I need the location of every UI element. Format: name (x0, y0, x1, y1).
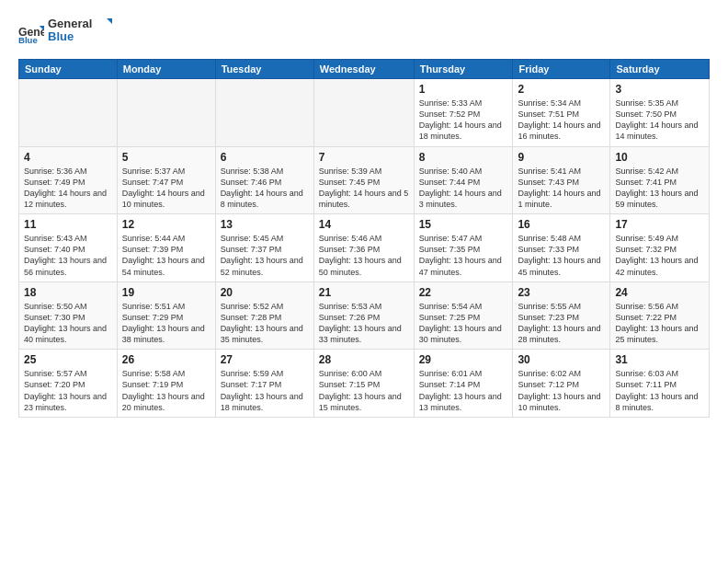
calendar-cell: 11Sunrise: 5:43 AMSunset: 7:40 PMDayligh… (19, 214, 118, 282)
calendar-cell: 26Sunrise: 5:58 AMSunset: 7:19 PMDayligh… (117, 350, 215, 418)
day-info: Sunrise: 5:37 AMSunset: 7:47 PMDaylight:… (122, 166, 210, 211)
day-info: Sunrise: 5:36 AMSunset: 7:49 PMDaylight:… (24, 166, 112, 211)
day-info: Sunrise: 5:45 AMSunset: 7:37 PMDaylight:… (221, 233, 309, 278)
svg-text:Blue: Blue (18, 35, 38, 45)
calendar-cell: 29Sunrise: 6:01 AMSunset: 7:14 PMDayligh… (414, 350, 513, 418)
calendar-cell: 23Sunrise: 5:55 AMSunset: 7:23 PMDayligh… (513, 282, 610, 350)
calendar-cell: 8Sunrise: 5:40 AMSunset: 7:44 PMDaylight… (414, 146, 513, 214)
day-number: 1 (419, 83, 508, 96)
calendar-cell: 18Sunrise: 5:50 AMSunset: 7:30 PMDayligh… (19, 282, 118, 350)
calendar-cell: 25Sunrise: 5:57 AMSunset: 7:20 PMDayligh… (19, 350, 118, 418)
calendar-cell: 21Sunrise: 5:53 AMSunset: 7:26 PMDayligh… (313, 282, 414, 350)
calendar-cell: 20Sunrise: 5:52 AMSunset: 7:28 PMDayligh… (215, 282, 313, 350)
day-info: Sunrise: 5:42 AMSunset: 7:41 PMDaylight:… (615, 166, 704, 211)
calendar-cell: 10Sunrise: 5:42 AMSunset: 7:41 PMDayligh… (610, 146, 710, 214)
logo-svg: General Blue (48, 15, 112, 46)
logo-icon: General Blue (18, 19, 44, 45)
day-info: Sunrise: 5:49 AMSunset: 7:32 PMDaylight:… (615, 233, 704, 278)
day-number: 18 (24, 286, 112, 299)
day-number: 9 (518, 151, 605, 164)
header-monday: Monday (117, 60, 215, 79)
day-info: Sunrise: 5:47 AMSunset: 7:35 PMDaylight:… (419, 233, 508, 278)
svg-marker-5 (107, 18, 112, 24)
day-number: 26 (122, 353, 210, 366)
day-info: Sunrise: 5:38 AMSunset: 7:46 PMDaylight:… (221, 166, 309, 211)
svg-text:Blue: Blue (48, 29, 74, 43)
day-number: 7 (319, 151, 409, 164)
day-info: Sunrise: 5:46 AMSunset: 7:36 PMDaylight:… (319, 233, 409, 278)
calendar-cell (19, 79, 118, 147)
header-sunday: Sunday (19, 60, 118, 79)
day-number: 12 (122, 218, 210, 231)
day-number: 23 (518, 286, 605, 299)
day-number: 24 (615, 286, 704, 299)
day-number: 16 (518, 218, 605, 231)
day-number: 25 (24, 353, 112, 366)
calendar-cell: 12Sunrise: 5:44 AMSunset: 7:39 PMDayligh… (117, 214, 215, 282)
day-info: Sunrise: 5:41 AMSunset: 7:43 PMDaylight:… (518, 166, 605, 211)
day-info: Sunrise: 5:52 AMSunset: 7:28 PMDaylight:… (221, 301, 309, 346)
calendar-cell: 24Sunrise: 5:56 AMSunset: 7:22 PMDayligh… (610, 282, 710, 350)
day-info: Sunrise: 6:02 AMSunset: 7:12 PMDaylight:… (518, 368, 605, 413)
calendar-cell: 16Sunrise: 5:48 AMSunset: 7:33 PMDayligh… (513, 214, 610, 282)
day-number: 19 (122, 286, 210, 299)
calendar-cell: 1Sunrise: 5:33 AMSunset: 7:52 PMDaylight… (414, 79, 513, 147)
day-info: Sunrise: 6:01 AMSunset: 7:14 PMDaylight:… (419, 368, 508, 413)
calendar-cell: 28Sunrise: 6:00 AMSunset: 7:15 PMDayligh… (313, 350, 414, 418)
day-number: 17 (615, 218, 704, 231)
day-number: 4 (24, 151, 112, 164)
day-number: 21 (319, 286, 409, 299)
calendar-cell: 3Sunrise: 5:35 AMSunset: 7:50 PMDaylight… (610, 79, 710, 147)
svg-text:General: General (48, 17, 92, 30)
calendar-week-row: 11Sunrise: 5:43 AMSunset: 7:40 PMDayligh… (19, 214, 710, 282)
day-info: Sunrise: 5:34 AMSunset: 7:51 PMDaylight:… (518, 98, 605, 143)
header-tuesday: Tuesday (215, 60, 313, 79)
calendar-cell: 14Sunrise: 5:46 AMSunset: 7:36 PMDayligh… (313, 214, 414, 282)
day-info: Sunrise: 5:44 AMSunset: 7:39 PMDaylight:… (122, 233, 210, 278)
calendar-week-row: 4Sunrise: 5:36 AMSunset: 7:49 PMDaylight… (19, 146, 710, 214)
calendar-cell: 30Sunrise: 6:02 AMSunset: 7:12 PMDayligh… (513, 350, 610, 418)
calendar-cell: 27Sunrise: 5:59 AMSunset: 7:17 PMDayligh… (215, 350, 313, 418)
day-info: Sunrise: 6:03 AMSunset: 7:11 PMDaylight:… (615, 368, 704, 413)
day-info: Sunrise: 5:50 AMSunset: 7:30 PMDaylight:… (24, 301, 112, 346)
calendar-cell (313, 79, 414, 147)
day-number: 6 (221, 151, 309, 164)
day-number: 15 (419, 218, 508, 231)
calendar-cell: 6Sunrise: 5:38 AMSunset: 7:46 PMDaylight… (215, 146, 313, 214)
calendar-cell: 7Sunrise: 5:39 AMSunset: 7:45 PMDaylight… (313, 146, 414, 214)
calendar-cell (215, 79, 313, 147)
day-info: Sunrise: 5:35 AMSunset: 7:50 PMDaylight:… (615, 98, 704, 143)
day-info: Sunrise: 5:53 AMSunset: 7:26 PMDaylight:… (319, 301, 409, 346)
day-number: 2 (518, 83, 605, 96)
day-info: Sunrise: 5:39 AMSunset: 7:45 PMDaylight:… (319, 166, 409, 211)
day-number: 13 (221, 218, 309, 231)
header: General Blue General Blue (18, 15, 710, 50)
day-info: Sunrise: 5:40 AMSunset: 7:44 PMDaylight:… (419, 166, 508, 211)
logo: General Blue General Blue (18, 15, 112, 50)
calendar-week-row: 25Sunrise: 5:57 AMSunset: 7:20 PMDayligh… (19, 350, 710, 418)
day-info: Sunrise: 5:33 AMSunset: 7:52 PMDaylight:… (419, 98, 508, 143)
calendar-cell (117, 79, 215, 147)
page: General Blue General Blue Sunday Monday … (0, 0, 728, 563)
day-number: 20 (221, 286, 309, 299)
day-info: Sunrise: 5:48 AMSunset: 7:33 PMDaylight:… (518, 233, 605, 278)
day-info: Sunrise: 5:55 AMSunset: 7:23 PMDaylight:… (518, 301, 605, 346)
day-info: Sunrise: 5:51 AMSunset: 7:29 PMDaylight:… (122, 301, 210, 346)
day-info: Sunrise: 5:58 AMSunset: 7:19 PMDaylight:… (122, 368, 210, 413)
calendar-cell: 9Sunrise: 5:41 AMSunset: 7:43 PMDaylight… (513, 146, 610, 214)
day-info: Sunrise: 5:43 AMSunset: 7:40 PMDaylight:… (24, 233, 112, 278)
day-number: 29 (419, 353, 508, 366)
calendar-cell: 13Sunrise: 5:45 AMSunset: 7:37 PMDayligh… (215, 214, 313, 282)
header-saturday: Saturday (610, 60, 710, 79)
day-number: 28 (319, 353, 409, 366)
header-friday: Friday (513, 60, 610, 79)
day-info: Sunrise: 5:54 AMSunset: 7:25 PMDaylight:… (419, 301, 508, 346)
day-number: 27 (221, 353, 309, 366)
day-info: Sunrise: 6:00 AMSunset: 7:15 PMDaylight:… (319, 368, 409, 413)
day-number: 31 (615, 353, 704, 366)
day-number: 22 (419, 286, 508, 299)
day-number: 30 (518, 353, 605, 366)
day-number: 10 (615, 151, 704, 164)
day-number: 11 (24, 218, 112, 231)
day-number: 3 (615, 83, 704, 96)
